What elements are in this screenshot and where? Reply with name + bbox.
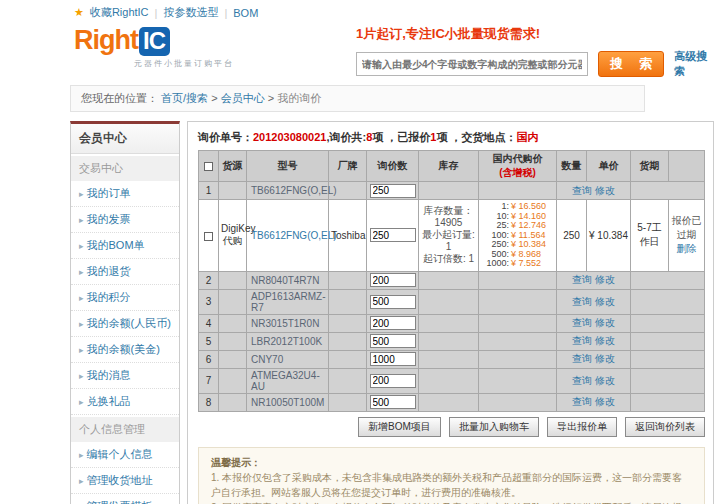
- notice-line: 2. 因供应商库存实时变化，本报价存在下订单时价格及库存发生变化的风险，选择好供…: [211, 500, 692, 504]
- sidebar-item-edit-profile[interactable]: ▸编辑个人信息: [71, 442, 179, 468]
- query-link[interactable]: 查询: [572, 396, 592, 407]
- back-to-inquiry-list-button[interactable]: 返回询价列表: [625, 417, 705, 437]
- delete-link[interactable]: 删除: [677, 243, 697, 254]
- notice-box: 温馨提示： 1. 本报价仅包含了采购成本，未包含非集成电路类的额外关税和产品超重…: [198, 447, 705, 504]
- inquiry-qty-input[interactable]: [370, 334, 416, 348]
- breadcrumb-sep: >: [211, 92, 217, 104]
- modify-link[interactable]: 修改: [595, 274, 615, 285]
- quote-status: 报价已过期: [672, 215, 702, 240]
- table-row: 6 CNY70 查询 修改: [199, 350, 705, 368]
- advanced-search-link[interactable]: 高级搜索: [674, 49, 714, 79]
- col-lead-time: 货期: [631, 151, 669, 182]
- query-link[interactable]: 查询: [572, 274, 592, 285]
- query-link[interactable]: 查询: [572, 335, 592, 346]
- sidebar-item-gifts[interactable]: ▸兑换礼品: [71, 389, 179, 415]
- query-link[interactable]: 查询: [572, 296, 592, 307]
- row-checkbox[interactable]: [204, 232, 213, 241]
- modify-link[interactable]: 修改: [595, 335, 615, 346]
- inquiry-summary: 询价单号：201203080021,询价共:8项 ，已报价1项 ，交货地点：国内: [198, 130, 705, 145]
- arrow-icon: ▸: [79, 241, 84, 251]
- col-unit-price: 单价: [587, 151, 631, 182]
- row-number: 6: [199, 350, 219, 368]
- modify-link[interactable]: 修改: [595, 185, 615, 196]
- logo[interactable]: RightIC 元器件小批量订购平台: [74, 25, 320, 79]
- inquiry-qty-input[interactable]: [370, 316, 416, 330]
- param-select-link[interactable]: 按参数选型: [163, 5, 218, 20]
- sidebar-item-my-orders[interactable]: ▸我的订单: [71, 181, 179, 207]
- export-quote-button[interactable]: 导出报价单: [547, 417, 617, 437]
- query-link[interactable]: 查询: [572, 185, 592, 196]
- col-actions: [669, 151, 705, 182]
- inquiry-qty-input[interactable]: [370, 374, 416, 388]
- table-row: 8 NR10050T100M 查询 修改: [199, 393, 705, 411]
- quote-row: DigiKey代购 TB6612FNG(O,EL) Toshiba 库存数量：1…: [199, 200, 705, 272]
- inquiry-qty-input[interactable]: [370, 352, 416, 366]
- logo-ic: IC: [139, 27, 170, 56]
- row-number: 2: [199, 271, 219, 289]
- query-link[interactable]: 查询: [572, 317, 592, 328]
- quote-brand: Toshiba: [329, 200, 367, 272]
- inquiry-qty-input[interactable]: [370, 295, 416, 309]
- col-source: 货源: [219, 151, 247, 182]
- breadcrumb-sep: >: [268, 92, 274, 104]
- breadcrumb-current: 我的询价: [277, 92, 321, 104]
- query-link[interactable]: 查询: [572, 353, 592, 364]
- sidebar-item-my-bom[interactable]: ▸我的BOM单: [71, 233, 179, 259]
- inquiry-qty-input[interactable]: [370, 184, 416, 198]
- arrow-icon: ▸: [79, 267, 84, 277]
- arrow-icon: ▸: [79, 319, 84, 329]
- quote-unit-price: ¥ 10.384: [587, 200, 631, 272]
- row-number: 7: [199, 368, 219, 393]
- row-model: TB6612FNG(O,EL): [247, 182, 329, 200]
- batch-add-to-cart-button[interactable]: 批量加入购物车: [449, 417, 539, 437]
- delivery-location: 国内: [517, 131, 539, 143]
- breadcrumb-member-link[interactable]: 会员中心: [221, 92, 265, 104]
- row-model: NR8040T4R7N: [247, 271, 329, 289]
- col-stock: 库存: [419, 151, 479, 182]
- row-number: 3: [199, 289, 219, 314]
- select-all-checkbox[interactable]: [204, 162, 213, 171]
- favorite-star-icon: ★: [74, 6, 84, 19]
- row-number: 8: [199, 393, 219, 411]
- arrow-icon: ▸: [79, 293, 84, 303]
- bom-link[interactable]: BOM: [233, 7, 258, 19]
- sidebar-item-my-messages[interactable]: ▸我的消息: [71, 363, 179, 389]
- quote-model-link[interactable]: TB6612FNG(O,EL): [251, 230, 337, 241]
- breadcrumb-prefix: 您现在的位置：: [81, 92, 158, 104]
- search-button[interactable]: 搜 索: [598, 51, 664, 77]
- add-bom-item-button[interactable]: 新增BOM项目: [358, 417, 441, 437]
- row-number: 4: [199, 314, 219, 332]
- sidebar-item-balance-cny[interactable]: ▸我的余额(人民币): [71, 311, 179, 337]
- sidebar-item-my-points[interactable]: ▸我的积分: [71, 285, 179, 311]
- favorite-link[interactable]: 收藏RightIC: [90, 5, 149, 20]
- quote-stock-info: 库存数量：14905 最小起订量: 1 起订倍数: 1: [419, 200, 479, 272]
- quote-price-tiers: 1:¥ 16.560 10:¥ 14.160 25:¥ 12.746 100:¥…: [479, 200, 557, 272]
- breadcrumb-home-link[interactable]: 首页/搜索: [161, 92, 208, 104]
- sidebar-item-my-returns[interactable]: ▸我的退货: [71, 259, 179, 285]
- modify-link[interactable]: 修改: [595, 353, 615, 364]
- modify-link[interactable]: 修改: [595, 296, 615, 307]
- table-row: 5 LBR2012T100K 查询 修改: [199, 332, 705, 350]
- quote-lead-time: 5-7工作日: [631, 200, 669, 272]
- notice-title: 温馨提示：: [211, 455, 692, 470]
- query-link[interactable]: 查询: [572, 375, 592, 386]
- quote-qty-input[interactable]: [370, 228, 416, 242]
- inquiry-qty-input[interactable]: [370, 395, 416, 409]
- sidebar: 会员中心 交易中心 ▸我的订单 ▸我的发票 ▸我的BOM单 ▸我的退货 ▸我的积…: [70, 121, 180, 504]
- modify-link[interactable]: 修改: [595, 317, 615, 328]
- sidebar-item-balance-usd[interactable]: ▸我的余额(美金): [71, 337, 179, 363]
- sidebar-item-invoice-templates[interactable]: ▸管理发票模板: [71, 494, 179, 504]
- sidebar-section-profile: 个人信息管理: [71, 417, 179, 442]
- sidebar-section-trade: 交易中心: [71, 156, 179, 181]
- table-header-row: 货源 型号 厂牌 询价数 库存 国内代购价(含增税) 数量 单价 货期: [199, 151, 705, 182]
- modify-link[interactable]: 修改: [595, 375, 615, 386]
- quote-source: DigiKey代购: [219, 200, 247, 272]
- logo-tagline: 元器件小批量订购平台: [134, 58, 320, 69]
- table-row: 2 NR8040T4R7N 查询 修改: [199, 271, 705, 289]
- col-qty: 数量: [557, 151, 587, 182]
- sidebar-item-addresses[interactable]: ▸管理收货地址: [71, 468, 179, 494]
- search-input[interactable]: [356, 52, 588, 76]
- modify-link[interactable]: 修改: [595, 396, 615, 407]
- inquiry-qty-input[interactable]: [370, 273, 416, 287]
- sidebar-item-my-invoices[interactable]: ▸我的发票: [71, 207, 179, 233]
